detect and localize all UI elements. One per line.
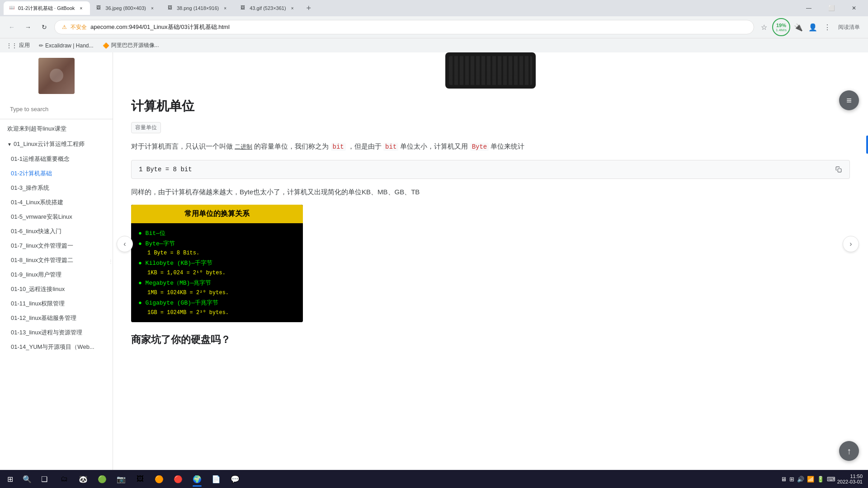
toolbar-icons: ☆ 19% 1.4M/s 🔌 👤 ⋮ 阅读清单 — [758, 18, 863, 36]
keyboard-image — [445, 52, 536, 89]
menu-icon: ≡ — [846, 95, 852, 106]
sidebar-item-01-6-label: 01-6_linux快速入门 — [11, 228, 61, 235]
sidebar-item-01-6[interactable]: 01-6_linux快速入门 — [0, 224, 113, 239]
sidebar-item-01-1[interactable]: 01-1运维基础重要概念 — [0, 152, 113, 166]
tab-2[interactable]: 🖼 36.jpeg (800×403) × — [91, 1, 161, 15]
next-page-button[interactable]: › — [843, 236, 859, 252]
scroll-top-button[interactable]: ↑ — [839, 441, 859, 461]
unit-image-inner: 常用单位的换算关系 ● Bit—位 ● Byte—字节 1 Byte = 8 B… — [131, 205, 303, 322]
speed-badge[interactable]: 19% 1.4M/s — [772, 18, 790, 36]
taskbar-app-1[interactable]: 🗂 — [55, 470, 73, 488]
sidebar-item-welcome[interactable]: 欢迎来到超哥linux课堂 — [0, 121, 113, 136]
speed-rate: 1.4M/s — [776, 28, 787, 32]
sidebar-item-01-2[interactable]: 01-2计算机基础 — [0, 166, 113, 181]
bookmark-apps[interactable]: ⋮⋮ 应用 — [4, 41, 33, 50]
read-mode-icon[interactable]: 阅读清单 — [835, 21, 863, 33]
copy-button[interactable] — [833, 164, 844, 175]
taskbar-app-wechat[interactable]: 💬 — [226, 470, 244, 488]
sidebar-item-01-1-label: 01-1运维基础重要概念 — [11, 155, 70, 162]
tab-3-title: 38.png (1418×916) — [177, 5, 219, 11]
sidebar-item-01-13-label: 01-13_linux进程与资源管理 — [11, 329, 82, 336]
settings-icon[interactable]: ⋮ — [821, 21, 834, 33]
tab-4[interactable]: 🖼 43.gif (523×361) × — [235, 1, 301, 15]
read-mode-label: 阅读清单 — [838, 23, 860, 31]
unit-row-2-sub: 1KB = 1,024 = 2¹⁰ bytes. — [138, 269, 296, 276]
taskbar-app-3[interactable]: 🟢 — [93, 470, 111, 488]
taskbar-app-2[interactable]: 🐼 — [74, 470, 92, 488]
main-content: 计算机单位 容量单位 对于计算机而言，只认识一个叫做 二进制 的容量单位，我们称… — [113, 52, 868, 470]
sidebar-item-01-9[interactable]: 01-9_linux用户管理 — [0, 267, 113, 282]
taskbar-app-6[interactable]: 🟠 — [150, 470, 168, 488]
tab-4-close[interactable]: × — [289, 5, 296, 12]
sidebar-item-01-3-label: 01-3_操作系统 — [11, 184, 49, 191]
start-button[interactable]: ⊞ — [2, 471, 18, 487]
bookmark-alibaba[interactable]: 🔶 阿里巴巴开源镜像... — [100, 41, 162, 50]
taskbar-app-chrome[interactable]: 🌍 — [188, 470, 206, 488]
unit-row-1: ● Byte—字节 — [138, 239, 296, 248]
minimize-button[interactable]: — — [798, 0, 819, 16]
intro-text-5: 单位来统计 — [491, 142, 524, 150]
bookmark-excalidraw-icon: ✏ — [39, 42, 43, 49]
sidebar-item-01-4[interactable]: 01-4_Linux系统搭建 — [0, 195, 113, 210]
taskbar-app-8[interactable]: 📄 — [207, 470, 225, 488]
tab-4-title: 43.gif (523×361) — [250, 5, 286, 11]
prev-page-button[interactable]: ‹ — [117, 236, 133, 252]
sidebar-item-01-11[interactable]: 01-11_linux权限管理 — [0, 296, 113, 311]
taskbar-app-7[interactable]: 🔴 — [169, 470, 187, 488]
close-button[interactable]: ✕ — [844, 0, 864, 16]
tab-2-favicon: 🖼 — [96, 5, 103, 11]
byte-code: Byte — [470, 143, 489, 151]
unit-row-4-sub: 1GB = 1024MB = 2³⁰ bytes. — [138, 309, 296, 316]
binary-link[interactable]: 二进制 — [235, 143, 252, 150]
tab-2-close[interactable]: × — [149, 5, 156, 12]
taskbar-icon-chrome: 🌍 — [193, 475, 202, 483]
unit-row-2: ● Kilobyte (KB)—千字节 — [138, 259, 296, 267]
reload-button[interactable]: ↻ — [38, 21, 51, 33]
forward-button[interactable]: → — [22, 21, 34, 33]
sidebar-item-01-10[interactable]: 01-10_远程连接linux — [0, 282, 113, 296]
maximize-button[interactable]: ⬜ — [821, 0, 842, 16]
sidebar-item-01-3[interactable]: 01-3_操作系统 — [0, 181, 113, 195]
tab-3-close[interactable]: × — [222, 5, 229, 12]
tab-3[interactable]: 🖼 38.png (1418×916) × — [162, 1, 234, 15]
tab-1[interactable]: 📖 01-2计算机基础 · GitBook × — [4, 1, 90, 15]
bookmark-star-icon[interactable]: ☆ — [758, 21, 770, 33]
bookmark-excalidraw[interactable]: ✏ Excalidraw | Hand... — [36, 42, 96, 50]
new-tab-button[interactable]: + — [302, 2, 315, 14]
tab-1-title: 01-2计算机基础 · GitBook — [18, 5, 75, 12]
profile-icon[interactable]: 👤 — [807, 21, 819, 33]
avatar-image — [38, 58, 75, 94]
search-button[interactable]: 🔍 — [19, 471, 35, 487]
address-bar: ← → ↻ ⚠ 不安全 apecome.com:9494/01_Linux基础/… — [0, 16, 868, 38]
tab-2-title: 36.jpeg (800×403) — [105, 5, 146, 11]
unit-image-title: 常用单位的换算关系 — [131, 205, 303, 223]
search-input[interactable] — [5, 103, 107, 115]
taskview-button[interactable]: ❑ — [36, 471, 52, 487]
sidebar-item-01-2-label: 01-2计算机基础 — [11, 170, 52, 177]
sidebar-item-01-10-label: 01-10_远程连接linux — [11, 286, 65, 292]
browser-chrome: 📖 01-2计算机基础 · GitBook × 🖼 36.jpeg (800×4… — [0, 0, 868, 52]
taskbar: ⊞ 🔍 ❑ 🗂 🐼 🟢 📷 🖼 🟠 🔴 🌍 📄 💬 🖥 ⊞ 🔊 📶 🔋 ⌨ 11… — [0, 470, 868, 488]
taskbar-sys-icons: 🖥 ⊞ 🔊 📶 🔋 ⌨ — [781, 476, 835, 483]
tab-1-close[interactable]: × — [77, 5, 85, 12]
sidebar-item-01-7[interactable]: 01-7_linux文件管理篇一 — [0, 239, 113, 253]
extensions-icon[interactable]: 🔌 — [792, 21, 805, 33]
sidebar-drag-handle[interactable]: ⋮ — [109, 252, 113, 270]
address-input[interactable]: ⚠ 不安全 apecome.com:9494/01_Linux基础/03计算机基… — [54, 20, 754, 34]
back-button[interactable]: ← — [5, 21, 18, 33]
sidebar-item-01-14[interactable]: 01-14_YUM与开源项目（Web... — [0, 340, 113, 354]
sidebar-item-01-8[interactable]: 01-8_linux文件管理篇二 — [0, 253, 113, 267]
chevron-left-icon: ‹ — [123, 240, 126, 248]
sidebar-item-01-12[interactable]: 01-12_linux基础服务管理 — [0, 311, 113, 325]
sidebar-item-01-5[interactable]: 01-5_vmware安装Linux — [0, 210, 113, 224]
taskbar-icon-wechat: 💬 — [231, 475, 240, 483]
sidebar-item-group-01[interactable]: ▼ 01_Linux云计算运维工程师 — [0, 136, 113, 152]
fab-menu-button[interactable]: ≡ — [839, 90, 859, 110]
sidebar-item-01-13[interactable]: 01-13_linux进程与资源管理 — [0, 325, 113, 340]
bookmark-excalidraw-label: Excalidraw | Hand... — [45, 42, 94, 49]
bookmark-alibaba-label: 阿里巴巴开源镜像... — [111, 42, 159, 49]
taskbar-app-5[interactable]: 🖼 — [131, 470, 149, 488]
chevron-right-icon: › — [849, 240, 852, 248]
taskbar-app-4[interactable]: 📷 — [112, 470, 130, 488]
unit-row-4-label: Gigabyte (GB)—千兆字节 — [146, 300, 218, 306]
